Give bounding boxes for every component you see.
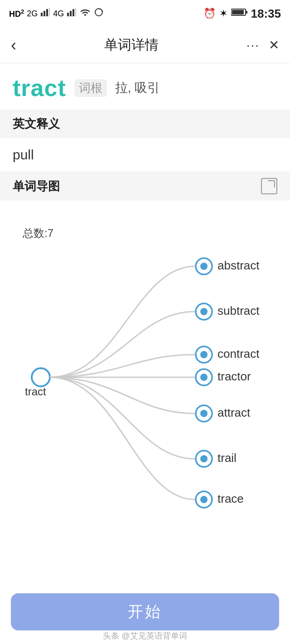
nav-right-actions: ··· ✕ bbox=[246, 38, 279, 53]
svg-rect-6 bbox=[72, 9, 74, 16]
status-right: ⏰ ✶ 18:35 bbox=[203, 7, 281, 21]
mindmap-header: 单词导图 bbox=[0, 172, 290, 201]
word-title: tract bbox=[13, 74, 66, 101]
expand-icon[interactable] bbox=[261, 178, 277, 194]
signal-bars2-icon bbox=[67, 7, 77, 20]
svg-rect-0 bbox=[41, 13, 43, 16]
svg-text:tractor: tractor bbox=[218, 370, 251, 383]
svg-point-34 bbox=[200, 496, 208, 503]
svg-point-16 bbox=[200, 263, 208, 270]
bluetooth-icon: ✶ bbox=[219, 8, 227, 19]
status-bar: HD2 2G 4G ⏰ ✶ 18:35 bbox=[0, 0, 290, 27]
signal-bars-icon bbox=[40, 7, 50, 20]
mindmap-svg: 总数:7 tract abstract subtract contract bbox=[0, 201, 290, 545]
close-button[interactable]: ✕ bbox=[269, 38, 279, 53]
network-2g-icon: 2G bbox=[27, 9, 38, 19]
svg-rect-5 bbox=[70, 11, 72, 16]
nav-title: 单词详情 bbox=[104, 36, 159, 54]
mindmap-container: 总数:7 tract abstract subtract contract bbox=[0, 201, 290, 545]
hd2-icon: HD2 bbox=[9, 8, 24, 19]
network-4g-icon: 4G bbox=[53, 9, 64, 19]
svg-text:contract: contract bbox=[218, 347, 260, 360]
battery-icon bbox=[231, 8, 247, 19]
wifi-icon bbox=[79, 7, 91, 20]
back-button[interactable]: ‹ bbox=[11, 36, 16, 55]
svg-point-31 bbox=[200, 455, 208, 462]
word-header: tract 词根 拉, 吸引 bbox=[0, 63, 290, 110]
svg-point-13 bbox=[32, 368, 50, 386]
alarm-icon: ⏰ bbox=[203, 8, 216, 19]
svg-point-28 bbox=[200, 410, 208, 417]
svg-rect-10 bbox=[232, 10, 244, 14]
svg-rect-2 bbox=[46, 9, 48, 16]
svg-rect-7 bbox=[75, 8, 76, 16]
svg-text:总数:7: 总数:7 bbox=[22, 227, 53, 239]
svg-rect-3 bbox=[49, 8, 50, 16]
svg-text:tract: tract bbox=[25, 385, 46, 398]
svg-point-25 bbox=[200, 374, 208, 381]
word-tag-label: 词根 bbox=[74, 79, 107, 97]
english-definition-header: 英文释义 bbox=[0, 110, 290, 138]
svg-rect-4 bbox=[67, 13, 69, 16]
svg-rect-1 bbox=[44, 11, 45, 16]
english-definition-content: pull bbox=[0, 138, 290, 172]
svg-text:subtract: subtract bbox=[218, 304, 260, 317]
footer-watermark: 头条 @艾见英语背单词 bbox=[0, 630, 290, 641]
svg-text:trace: trace bbox=[218, 492, 244, 505]
status-left: HD2 2G 4G bbox=[9, 7, 104, 20]
nav-bar: ‹ 单词详情 ··· ✕ bbox=[0, 27, 290, 63]
sync-icon bbox=[94, 7, 104, 20]
svg-text:trail: trail bbox=[218, 451, 237, 465]
more-button[interactable]: ··· bbox=[246, 38, 260, 53]
svg-text:attract: attract bbox=[218, 406, 251, 419]
word-meaning: 拉, 吸引 bbox=[115, 79, 160, 96]
time-display: 18:35 bbox=[251, 7, 281, 21]
start-button[interactable]: 开始 bbox=[11, 593, 279, 630]
svg-point-22 bbox=[200, 351, 208, 358]
svg-rect-11 bbox=[246, 11, 247, 14]
svg-point-19 bbox=[200, 308, 208, 315]
svg-text:abstract: abstract bbox=[218, 259, 260, 272]
